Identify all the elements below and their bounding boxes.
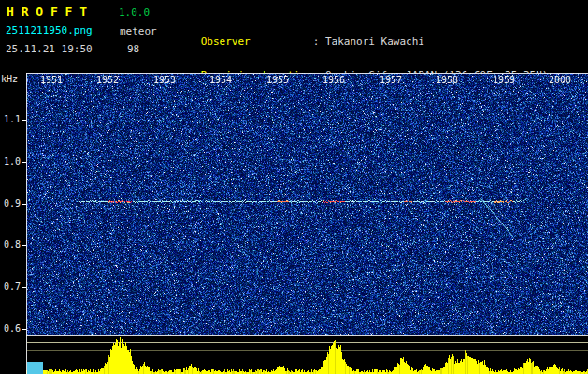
info-value: : Takanori Kawachi xyxy=(313,36,424,48)
freq-tick-mark xyxy=(22,329,26,330)
app-version: 1.0.0 xyxy=(119,7,150,18)
time-tick-label: 1957 xyxy=(374,76,408,85)
freq-tick-mark xyxy=(22,245,26,246)
time-tick-label: 1954 xyxy=(204,76,237,85)
mode-label: meteor xyxy=(120,26,157,36)
time-tick-label: 2000 xyxy=(543,76,577,85)
freq-tick-mark xyxy=(22,162,26,163)
datetime-label: 25.11.21 19:50 xyxy=(6,44,93,54)
time-tick-label: 1952 xyxy=(91,76,124,85)
freq-tick-mark xyxy=(22,120,26,121)
hrofft-window: H R O F F T 1.0.0 2511211950.png meteor … xyxy=(0,0,588,374)
time-tick-label: 1956 xyxy=(317,76,351,85)
freq-tick-label: 0.7 xyxy=(1,282,21,292)
spectrogram-canvas xyxy=(26,73,588,374)
freq-tick-label: 0.6 xyxy=(1,324,21,334)
freq-tick-mark xyxy=(22,204,26,205)
time-tick-label: 1951 xyxy=(35,76,68,85)
echo-count: 98 xyxy=(127,44,139,54)
time-tick-label: 1958 xyxy=(430,76,464,85)
freq-tick-label: 1.1 xyxy=(1,115,21,124)
app-title: H R O F F T xyxy=(7,6,87,18)
time-tick-label: 1953 xyxy=(148,76,181,85)
time-tick-label: 1955 xyxy=(261,76,294,85)
freq-tick-label: 0.9 xyxy=(1,199,21,209)
info-label: Observer xyxy=(201,36,313,47)
info-row-location: Receiving Location: Ogaki, Gifu, JAPAN (… xyxy=(164,60,548,73)
time-tick-label: 1959 xyxy=(487,76,521,85)
freq-tick-mark xyxy=(22,287,26,288)
freq-tick-label: 0.8 xyxy=(1,240,21,250)
info-row-observer: Observer: Takanori Kawachi xyxy=(164,26,548,39)
freq-tick-label: 1.0 xyxy=(1,157,21,166)
freq-axis-unit: kHz xyxy=(1,75,18,84)
output-filename: 2511211950.png xyxy=(6,25,93,36)
